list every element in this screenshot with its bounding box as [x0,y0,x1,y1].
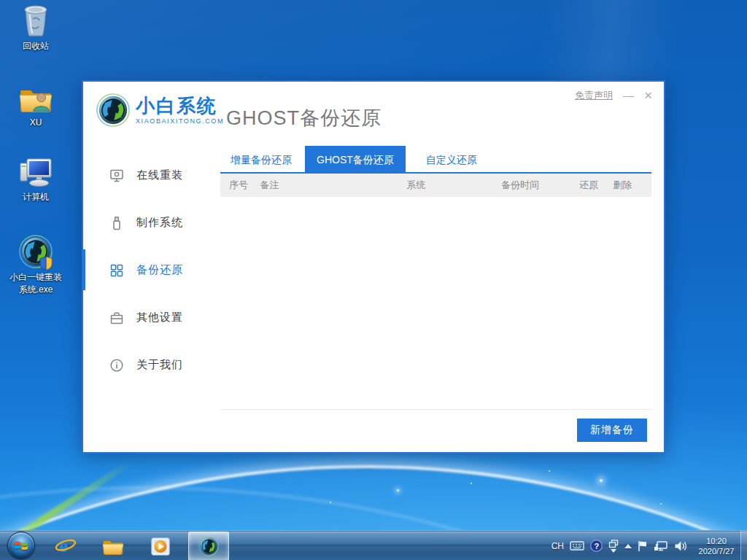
system-tray: CH ? 10:20 2020/7/27 [551,531,740,560]
uac-shield-icon [39,256,53,271]
brand-name: 小白系统 [136,96,224,116]
tab-incremental-backup-restore[interactable]: 增量备份还原 [231,146,292,172]
footer-divider [220,409,651,410]
content-area: 增量备份还原 GHOST备份还原 自定义还原 序号 备注 系统 备份时间 还原 … [220,146,651,452]
backup-table-empty-body [220,197,651,386]
monitor-reinstall-icon [109,168,124,183]
desktop-icon-label: 回收站 [3,40,69,52]
wallpaper-sparkle [471,483,472,484]
xiaobai-app-icon [198,536,219,556]
chevron-up-icon [624,544,632,548]
window-stack-icon[interactable] [608,540,619,553]
desktop-icon-label: 计算机 [3,191,69,203]
column-header-index: 序号 [220,179,260,192]
desktop-icon-label: XU [3,117,69,129]
wallpaper-sparkle [600,479,603,482]
user-folder-icon [18,80,53,115]
info-circle-icon [109,358,124,373]
sidebar-item-online-reinstall[interactable]: 在线重装 [83,152,220,199]
toolbox-icon [109,311,124,325]
column-header-delete: 删除 [613,179,651,192]
language-indicator[interactable]: CH [551,541,564,551]
sidebar-item-backup-restore[interactable]: 备份还原 [83,246,220,294]
minimize-button[interactable]: — [623,90,634,101]
wallpaper-sparkle [660,503,662,505]
sidebar-item-label: 制作系统 [136,216,183,230]
xiaobai-logo-icon [96,93,130,127]
keyboard-icon[interactable] [570,541,584,551]
desktop-icon-xu-folder[interactable]: XU [3,80,69,129]
sidebar: 在线重装 制作系统 备份还原 其他设置 关于我们 [83,152,220,389]
sidebar-item-label: 关于我们 [136,358,183,372]
computer-icon [18,155,53,190]
xiaobai-app-icon [18,235,53,270]
disclaimer-link[interactable]: 免责声明 [575,89,613,102]
column-header-backup-time: 备份时间 [501,179,579,192]
desktop-icon-label: 小白一键重装 [3,271,69,284]
sidebar-item-label: 在线重装 [136,168,183,182]
start-button[interactable] [7,532,35,559]
help-icon[interactable]: ? [590,540,603,552]
show-desktop-button[interactable] [740,531,747,560]
column-header-restore: 还原 [579,179,613,192]
action-center-flag-icon[interactable] [638,540,648,552]
wallpaper-sparkle [397,489,399,491]
taskbar-explorer-button[interactable] [93,532,133,560]
media-player-icon [150,535,171,557]
windows-flag-icon [13,537,29,553]
new-backup-button[interactable]: 新增备份 [577,419,647,442]
close-button[interactable]: × [644,90,652,101]
sidebar-item-label: 其他设置 [136,311,183,324]
chevron-down-icon [611,549,616,553]
sidebar-item-make-system[interactable]: 制作系统 [83,199,220,246]
desktop-icon-recycle-bin[interactable]: 回收站 [3,4,69,52]
xiaobai-app-window: 免责声明 — × 小白系统 XIAOBAIXITONG.COM GHOST备份还… [82,80,665,454]
network-icon[interactable] [654,540,668,552]
column-header-system: 系统 [406,179,500,192]
volume-icon[interactable] [674,540,687,552]
wallpaper-sparkle [330,502,331,503]
show-hidden-icons-button[interactable] [624,544,632,548]
clock-date: 2020/7/27 [693,546,740,556]
sidebar-item-label: 备份还原 [136,263,183,277]
desktop-icon-xiaobai-exe[interactable]: 小白一键重装 系统.exe [3,235,69,296]
taskbar-media-player-button[interactable] [141,532,180,560]
clock-time: 10:20 [693,536,740,546]
taskbar-clock[interactable]: 10:20 2020/7/27 [693,536,740,556]
svg-text:?: ? [595,542,600,551]
taskbar-internet-explorer-button[interactable] [46,532,85,560]
grid-squares-icon [109,263,124,278]
tab-custom-restore[interactable]: 自定义还原 [426,146,477,172]
sidebar-item-other-settings[interactable]: 其他设置 [83,294,220,341]
tab-bar: 增量备份还原 GHOST备份还原 自定义还原 [220,146,651,174]
desktop-icon-computer[interactable]: 计算机 [3,155,69,203]
usb-drive-icon [109,216,124,230]
taskbar-xiaobai-button[interactable] [188,532,229,560]
brand-domain: XIAOBAIXITONG.COM [136,117,224,125]
page-title: GHOST备份还原 [226,105,382,131]
tab-ghost-backup-restore[interactable]: GHOST备份还原 [305,146,406,172]
folder-icon [102,535,124,557]
internet-explorer-icon [55,535,77,557]
taskbar: CH ? 10:20 2020/7/27 [0,530,747,560]
backup-table-header: 序号 备注 系统 备份时间 还原 删除 [220,174,651,197]
recycle-bin-icon [18,4,53,39]
column-header-note: 备注 [260,179,406,192]
app-logo: 小白系统 XIAOBAIXITONG.COM [96,93,224,127]
sidebar-item-about-us[interactable]: 关于我们 [83,341,220,389]
wallpaper-sparkle [549,470,550,472]
desktop-icon-label-line2: 系统.exe [3,284,69,296]
